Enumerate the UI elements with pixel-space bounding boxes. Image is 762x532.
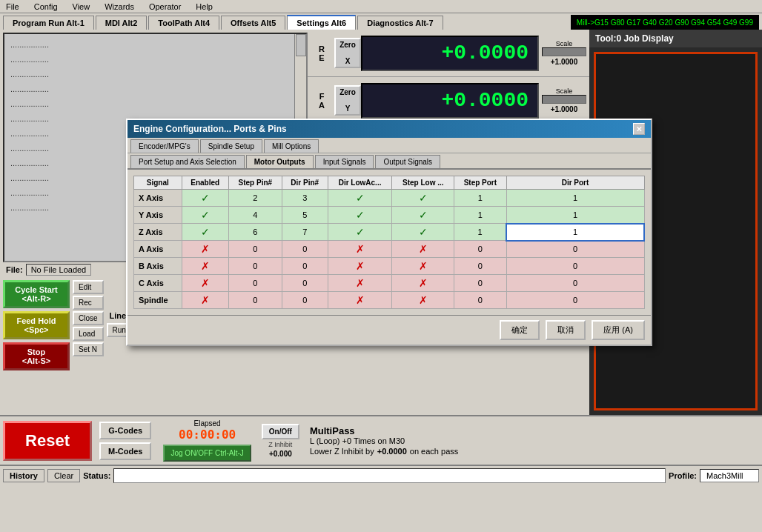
step-port-cell[interactable]: 0: [454, 258, 506, 275]
step-port-cell[interactable]: 1: [454, 207, 506, 224]
menu-config[interactable]: Config: [31, 1, 61, 12]
dir-low-cell[interactable]: ✓: [328, 190, 392, 207]
enabled-cell[interactable]: ✗: [182, 258, 228, 275]
clear-button[interactable]: Clear: [47, 469, 80, 482]
dialog-tab-mill-options[interactable]: Mill Options: [264, 139, 319, 153]
status-label: Status:: [83, 471, 110, 480]
step-pin-cell[interactable]: 6: [228, 224, 282, 241]
dir-pin-cell[interactable]: 3: [282, 190, 328, 207]
load-button[interactable]: Load: [73, 327, 104, 341]
step-port-cell[interactable]: 0: [454, 275, 506, 292]
step-low-cell[interactable]: ✓: [392, 224, 454, 241]
set-next-button[interactable]: Set N: [73, 342, 104, 356]
enabled-cell[interactable]: ✗: [182, 241, 228, 258]
dialog-apply-button[interactable]: 应用 (A): [592, 320, 645, 340]
dir-low-cell[interactable]: ✗: [328, 241, 392, 258]
tab-settings[interactable]: Settings Alt6: [287, 15, 356, 30]
dialog-tab-spindle[interactable]: Spindle Setup: [200, 139, 262, 153]
dir-low-cell[interactable]: ✓: [328, 207, 392, 224]
enabled-cell[interactable]: ✗: [182, 275, 228, 292]
feed-hold-button[interactable]: Feed Hold<Spc>: [3, 311, 70, 339]
dialog-tab-input-signals[interactable]: Input Signals: [315, 155, 374, 168]
dir-low-cell[interactable]: ✓: [328, 224, 392, 241]
dir-pin-cell[interactable]: 0: [282, 292, 328, 309]
step-pin-cell[interactable]: 0: [228, 292, 282, 309]
dialog-tab-output-signals[interactable]: Output Signals: [375, 155, 440, 168]
scale-label-x: Scale: [556, 40, 573, 47]
menu-view[interactable]: View: [70, 1, 93, 12]
menu-wizards[interactable]: Wizards: [102, 1, 137, 12]
dir-port-cell[interactable]: 1: [506, 207, 644, 224]
history-button[interactable]: History: [3, 469, 44, 482]
step-pin-cell[interactable]: 2: [228, 190, 282, 207]
edit-button[interactable]: Edit: [73, 280, 104, 294]
config-dialog[interactable]: Engine Configuration... Ports & Pins ✕ E…: [126, 119, 652, 346]
dir-low-cell[interactable]: ✗: [328, 275, 392, 292]
stop-button[interactable]: Stop<Alt-S>: [3, 342, 70, 370]
dialog-ok-button[interactable]: 确定: [500, 320, 540, 340]
step-low-cell[interactable]: ✗: [392, 275, 454, 292]
col-signal: Signal: [134, 176, 182, 190]
step-pin-cell[interactable]: 0: [228, 241, 282, 258]
dir-port-cell[interactable]: [506, 224, 644, 241]
dir-port-input[interactable]: [511, 227, 639, 236]
multipass-block: MultiPass L (Loop) +0 Times on M30 Lower…: [304, 422, 759, 459]
close-button[interactable]: Close: [73, 311, 104, 325]
step-low-cell[interactable]: ✓: [392, 190, 454, 207]
recentres-button[interactable]: Rec: [73, 296, 104, 310]
step-pin-cell[interactable]: 0: [228, 275, 282, 292]
multipass-label: MultiPass: [310, 425, 753, 436]
enabled-cell[interactable]: ✓: [182, 207, 228, 224]
menu-help[interactable]: Help: [193, 1, 216, 12]
tab-program-run[interactable]: Program Run Alt-1: [3, 16, 94, 30]
step-port-cell[interactable]: 0: [454, 292, 506, 309]
step-pin-cell[interactable]: 0: [228, 258, 282, 275]
dialog-tab-motor-outputs[interactable]: Motor Outputs: [246, 155, 314, 168]
dialog-tab-encoder[interactable]: Encoder/MPG's: [130, 139, 199, 153]
step-port-cell[interactable]: 1: [454, 224, 506, 241]
cycle-start-button[interactable]: Cycle Start<Alt-R>: [3, 280, 70, 308]
dialog-close-button[interactable]: ✕: [633, 123, 645, 135]
step-low-cell[interactable]: ✗: [392, 292, 454, 309]
step-low-cell[interactable]: ✓: [392, 207, 454, 224]
status-input[interactable]: [113, 468, 666, 483]
dir-pin-cell[interactable]: 0: [282, 275, 328, 292]
dir-port-cell[interactable]: 1: [506, 190, 644, 207]
menu-file[interactable]: File: [3, 1, 22, 12]
tab-offsets[interactable]: Offsets Alt5: [221, 16, 285, 30]
enabled-cell[interactable]: ✗: [182, 292, 228, 309]
zero-y-button[interactable]: Zero Y: [334, 85, 361, 116]
dir-pin-cell[interactable]: 5: [282, 207, 328, 224]
step-port-cell[interactable]: 0: [454, 241, 506, 258]
enabled-cell[interactable]: ✓: [182, 190, 228, 207]
dir-pin-cell[interactable]: 0: [282, 241, 328, 258]
dir-pin-cell[interactable]: 7: [282, 224, 328, 241]
reset-button[interactable]: Reset: [3, 421, 92, 461]
step-low-cell[interactable]: ✗: [392, 258, 454, 275]
step-low-cell[interactable]: ✗: [392, 241, 454, 258]
tab-mdi[interactable]: MDI Alt2: [96, 16, 148, 30]
ref-r: R: [319, 44, 325, 53]
dialog-cancel-button[interactable]: 取消: [546, 320, 586, 340]
dialog-tabs-row1: Encoder/MPG's Spindle Setup Mill Options: [127, 138, 651, 153]
g-codes-button[interactable]: G-Codes: [99, 422, 151, 439]
dir-pin-cell[interactable]: 0: [282, 258, 328, 275]
dir-low-cell[interactable]: ✗: [328, 292, 392, 309]
step-pin-cell[interactable]: 4: [228, 207, 282, 224]
dir-port-cell[interactable]: 0: [506, 258, 644, 275]
dialog-tab-port-setup[interactable]: Port Setup and Axis Selection: [130, 155, 245, 168]
dir-port-cell[interactable]: 0: [506, 275, 644, 292]
tab-diagnostics[interactable]: Diagnostics Alt-7: [357, 16, 443, 30]
on-off-button[interactable]: On/Off: [262, 424, 299, 439]
zero-x-button[interactable]: Zero X: [334, 38, 361, 68]
m-codes-button[interactable]: M-Codes: [99, 442, 151, 460]
enabled-cell[interactable]: ✓: [182, 224, 228, 241]
menu-operator[interactable]: Operator: [146, 1, 184, 12]
dir-low-cell[interactable]: ✗: [328, 258, 392, 275]
jog-onoff-button[interactable]: Jog ON/OFF Ctrl-Alt-J: [163, 445, 251, 462]
dir-port-cell[interactable]: 0: [506, 292, 644, 309]
dialog-tabs-row2: Port Setup and Axis Selection Motor Outp…: [127, 153, 651, 170]
tab-toolpath[interactable]: ToolPath Alt4: [148, 16, 219, 30]
dir-port-cell[interactable]: 0: [506, 241, 644, 258]
step-port-cell[interactable]: 1: [454, 190, 506, 207]
